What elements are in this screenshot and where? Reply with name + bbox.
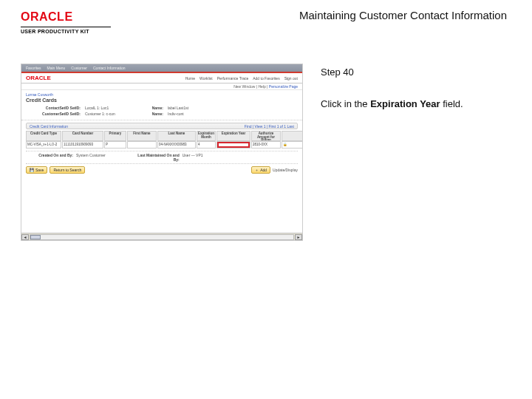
cell-primary[interactable]: P <box>104 141 126 149</box>
cell-first-name[interactable] <box>127 141 157 149</box>
nav-links: Home Worklist Performance Trace Add to F… <box>185 76 298 81</box>
app-screenshot: Favorites Main Menu Customer Contact Inf… <box>21 64 303 241</box>
label-name2: Name: <box>134 112 163 116</box>
scroll-right-arrow-icon[interactable]: ► <box>295 234 302 240</box>
step-instruction: Click in the Expiration Year field. <box>321 98 511 109</box>
topbar-item[interactable]: Main Menu <box>47 66 66 70</box>
brand-block: ORACLE USER PRODUCTIVITY KIT <box>21 9 111 34</box>
value-created: System Customer <box>76 153 106 162</box>
expiration-year-field[interactable] <box>216 141 250 149</box>
page-title: Maintaining Customer Contact Information <box>111 9 511 21</box>
plus-icon: ＋ <box>255 168 259 172</box>
label-maintained: Last Maintained On and By: <box>135 153 180 162</box>
topbar-item[interactable]: Favorites <box>26 66 41 70</box>
cell-auth-amount[interactable]: 2810-0XX <box>251 141 281 149</box>
value-contact-setid: LocalL 1: Loc1 <box>85 106 129 110</box>
cell-card-type[interactable]: MC-VISA_x+1-LO-2 <box>26 141 61 149</box>
col-card-type: Credit Card Type <box>26 131 61 141</box>
grid-row: MC-VISA_x+1-LO-2 1111011910909093 P 04-N… <box>26 141 298 149</box>
col-card-number: Card Number <box>62 131 103 141</box>
instr-suffix: field. <box>440 98 463 109</box>
save-button[interactable]: 💾Save <box>26 166 47 174</box>
grid: Credit Card Type Card Number Primary Fir… <box>26 131 298 149</box>
section-title: Credit Card Information <box>30 124 68 129</box>
user-row: New Window | Help | Personalize Page <box>21 83 302 90</box>
col-last-name: Last Name <box>157 131 196 141</box>
label-created: Created On and By: <box>29 153 73 162</box>
step-panel: Step 40 Click in the Expiration Year fie… <box>321 64 511 241</box>
col-exp-month: Expiration Month <box>197 131 216 141</box>
oracle-logo: ORACLE <box>21 10 111 24</box>
oracle-mini-logo: ORACLE <box>26 75 51 81</box>
section-paging[interactable]: Find | View 1 | First 1 of 1 Last <box>245 124 294 129</box>
instr-bold: Expiration Year <box>370 98 440 109</box>
cell-lock-icon[interactable]: 🔒 <box>282 141 303 149</box>
horizontal-scrollbar[interactable]: ◄ ► <box>21 233 302 240</box>
return-button[interactable]: Return to Search <box>50 166 85 174</box>
label-name1: Name: <box>134 106 163 110</box>
col-primary: Primary <box>104 131 126 141</box>
value-maintained: User — VP1 <box>183 153 203 162</box>
instr-prefix: Click in the <box>321 98 370 109</box>
status-section: Created On and By: System Customer Last … <box>26 151 298 164</box>
col-first-name: First Name <box>127 131 157 141</box>
brand-subtitle: USER PRODUCTIVITY KIT <box>21 29 111 34</box>
userline-prefix: New Window | Help | <box>233 84 269 89</box>
context-page: Credit Cards <box>26 98 298 103</box>
label-customer-setid: CustomerSetID SetID: <box>29 112 81 116</box>
personalize-link[interactable]: Personalize Page <box>269 84 298 89</box>
save-label: Save <box>35 168 44 172</box>
brand-divider <box>21 27 111 27</box>
button-row: 💾Save Return to Search ＋Add Update/Displ… <box>26 166 298 174</box>
topbar-item[interactable]: Contact Information <box>93 66 126 70</box>
add-button[interactable]: ＋Add <box>251 166 270 174</box>
app-subheader: ORACLE Home Worklist Performance Trace A… <box>21 73 302 83</box>
grid-header: Credit Card Type Card Number Primary Fir… <box>26 131 298 141</box>
topbar-item[interactable]: Customer <box>71 66 87 70</box>
col-auth-amount: Authorize Amount for Billing <box>251 131 281 141</box>
col-action <box>282 131 303 141</box>
scroll-track[interactable] <box>30 234 294 240</box>
context-customer: Lorrae Cusworth <box>26 92 298 97</box>
label-contact-setid: ContactSetID SetID: <box>29 106 81 110</box>
return-label: Return to Search <box>53 168 81 172</box>
nav-perf[interactable]: Performance Trace <box>217 76 249 81</box>
value-name2: Indiv-cont <box>168 112 184 116</box>
scroll-left-arrow-icon[interactable]: ◄ <box>21 234 29 240</box>
add-label: Add <box>260 168 267 172</box>
value-customer-setid: Customer 1: c-con <box>85 112 129 116</box>
save-icon: 💾 <box>30 168 34 172</box>
cell-exp-month[interactable]: 4 <box>197 141 216 149</box>
col-exp-year: Expiration Year <box>216 131 250 141</box>
cell-last-name[interactable]: 04-NANXXX00983 <box>157 141 196 149</box>
section-header: Credit Card Information Find | View 1 | … <box>26 123 298 129</box>
nav-fav[interactable]: Add to Favorites <box>253 76 279 81</box>
nav-worklist[interactable]: Worklist <box>200 76 213 81</box>
app-topbar: Favorites Main Menu Customer Contact Inf… <box>21 64 302 72</box>
highlight-box <box>217 142 250 148</box>
nav-home[interactable]: Home <box>185 76 195 81</box>
cell-card-number[interactable]: 1111011910909093 <box>62 141 103 149</box>
context-block: Lorrae Cusworth Credit Cards <box>21 90 302 103</box>
value-name1: label Last1st <box>168 106 188 110</box>
scroll-thumb[interactable] <box>30 235 41 239</box>
info-rows: ContactSetID SetID: LocalL 1: Loc1 Name:… <box>21 103 302 120</box>
nav-signout[interactable]: Sign out <box>284 76 298 81</box>
update-display-link[interactable]: Update/Display <box>273 168 298 172</box>
step-number: Step 40 <box>321 66 511 78</box>
